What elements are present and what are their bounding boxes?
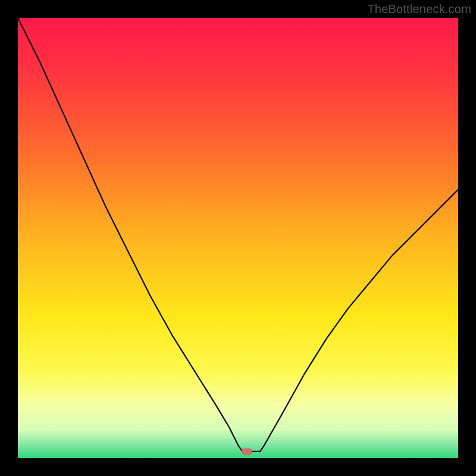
bottleneck-chart: TheBottleneck.com [0, 0, 476, 476]
chart-svg [0, 0, 476, 476]
plot-area [18, 18, 458, 458]
min-marker [242, 448, 252, 455]
watermark-text: TheBottleneck.com [367, 2, 471, 16]
